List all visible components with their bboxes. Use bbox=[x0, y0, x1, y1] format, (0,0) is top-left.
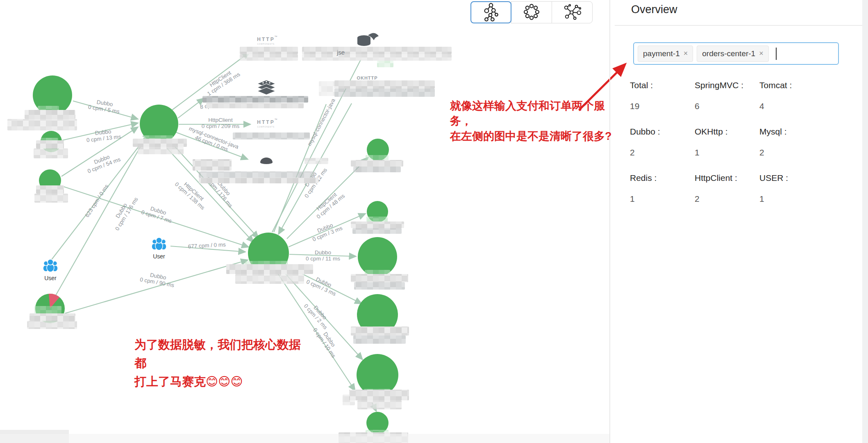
title-divider bbox=[615, 25, 862, 26]
mosaic-label bbox=[36, 185, 64, 194]
okhttp-logo: OKHTTP bbox=[357, 75, 377, 80]
mosaic-label bbox=[353, 167, 401, 172]
panel-title: Overview bbox=[631, 3, 677, 16]
mosaic-label bbox=[366, 155, 389, 161]
user-icon[interactable]: User bbox=[152, 237, 166, 260]
annotation-bottom: 为了数据脱敏，我们把核心数据都 打上了马赛克😊😊😊 bbox=[134, 336, 307, 391]
stat-redis: Redis :1 bbox=[630, 173, 695, 204]
filter-tag[interactable]: payment-1× bbox=[638, 46, 693, 62]
mosaic-label bbox=[36, 140, 64, 148]
mosaic-label bbox=[240, 47, 298, 54]
svg-text:HTTP: HTTP bbox=[257, 37, 275, 42]
hierarchy-layout-button[interactable] bbox=[470, 1, 511, 23]
svg-text:0 cpm / 11 ms: 0 cpm / 11 ms bbox=[306, 256, 340, 262]
httpcomponents-logo: HTTP™COMPONENTS bbox=[257, 118, 277, 128]
stat-label: Total : bbox=[630, 80, 695, 90]
redis-logo bbox=[257, 80, 275, 95]
mosaic-label bbox=[25, 110, 75, 119]
mosaic-label bbox=[351, 274, 408, 282]
mosaic-label bbox=[30, 313, 75, 321]
annotation-top-line1: 就像这样输入支付和订单两个服务， bbox=[450, 98, 622, 129]
httpcomponents-logo: HTTP™COMPONENTS bbox=[257, 35, 277, 45]
stat-httpclient: HttpClient :2 bbox=[695, 173, 759, 204]
mosaic-label bbox=[206, 103, 304, 108]
service-filter-input[interactable]: payment-1×orders-center-1× bbox=[633, 42, 839, 65]
mosaic-label bbox=[302, 47, 452, 54]
mosaic-label bbox=[351, 160, 403, 167]
mysql-logo bbox=[357, 33, 379, 46]
circular-layout-icon bbox=[520, 3, 543, 22]
mosaic-label bbox=[235, 274, 304, 284]
overview-panel: Overview payment-1×orders-center-1× Tota… bbox=[615, 0, 862, 443]
stat-okhttp: OKHttp :1 bbox=[695, 127, 759, 158]
stat-dubbo: Dubbo :2 bbox=[630, 127, 695, 158]
stat-label: HttpClient : bbox=[695, 173, 759, 183]
force-layout-button[interactable] bbox=[552, 1, 593, 23]
mosaic-label bbox=[202, 96, 308, 103]
svg-text:HttpClient: HttpClient bbox=[208, 117, 233, 123]
filter-tag-text: orders-center-1 bbox=[702, 49, 755, 58]
edge-label: HttpClient1 cpm / 368 ms bbox=[203, 66, 241, 97]
panel-divider bbox=[609, 0, 610, 443]
scrollbar[interactable] bbox=[862, 0, 868, 443]
stat-label: Dubbo : bbox=[630, 127, 695, 137]
svg-text:677 cpm / 0 ms: 677 cpm / 0 ms bbox=[188, 242, 226, 250]
stat-value: 2 bbox=[759, 148, 824, 158]
mosaic-label bbox=[319, 81, 334, 96]
stat-label: SpringMVC : bbox=[695, 80, 759, 90]
edge-label: mysql-connector-java46 cpm / 0 ms bbox=[186, 126, 240, 156]
stat-tomcat: Tomcat :4 bbox=[759, 80, 824, 111]
filter-tag[interactable]: orders-center-1× bbox=[697, 46, 768, 62]
edge-label: 677 cpm / 0 ms bbox=[188, 242, 226, 250]
edge-label: Dubbo0 cpm / 7 ms bbox=[141, 203, 175, 224]
service-edge bbox=[65, 260, 248, 313]
stat-value: 1 bbox=[695, 148, 759, 158]
mosaic-label bbox=[199, 178, 318, 183]
edge-label: Dubbo0 cpm / 3 ms bbox=[309, 219, 343, 242]
svg-text:COMPONENTS: COMPONENTS bbox=[257, 43, 275, 45]
edge-label: HttpClient0 cpm / 48 ms bbox=[311, 188, 346, 220]
remove-tag-icon[interactable]: × bbox=[684, 49, 688, 58]
stat-springmvc: SpringMVC :6 bbox=[695, 80, 759, 111]
stat-mysql: Mysql :2 bbox=[759, 127, 824, 158]
annotation-top: 就像这样输入支付和订单两个服务， 在左侧的图中是不是清晰了很多? bbox=[450, 98, 622, 144]
stat-value: 6 bbox=[695, 101, 759, 111]
remove-tag-icon[interactable]: × bbox=[759, 49, 763, 58]
service-edge bbox=[178, 98, 204, 118]
jse-label: jse bbox=[336, 49, 345, 56]
mosaic-label bbox=[302, 54, 452, 61]
user-icon[interactable]: User bbox=[43, 259, 58, 281]
bottom-fade bbox=[0, 434, 609, 443]
circular-layout-button[interactable] bbox=[511, 1, 552, 23]
hierarchy-layout-icon bbox=[479, 3, 503, 22]
annotation-bottom-line1: 为了数据脱敏，我们把核心数据都 bbox=[134, 336, 307, 372]
user-label: User bbox=[44, 275, 57, 281]
mosaic-label bbox=[34, 148, 68, 158]
edge-label: Dubbo0 cpm / 3 ms bbox=[305, 273, 339, 297]
svg-text:COMPONENTS: COMPONENTS bbox=[257, 126, 275, 128]
mosaic-label bbox=[349, 390, 409, 400]
mosaic-label bbox=[27, 321, 77, 329]
mosaic-label bbox=[304, 158, 328, 164]
mosaic-label bbox=[199, 171, 314, 178]
edge-label: Dubbo0 cpm / 90 ms bbox=[139, 270, 176, 288]
service-map-page: Dubbo0 cpm / 5 msDubbo0 cpm / 13 msDubbo… bbox=[0, 0, 868, 443]
user-label: User bbox=[153, 253, 165, 260]
svg-text:Dubbo: Dubbo bbox=[315, 249, 331, 256]
stat-label: OKHttp : bbox=[695, 127, 759, 137]
mosaic-label bbox=[377, 61, 393, 67]
stat-user: USER :1 bbox=[759, 173, 824, 204]
stat-value: 19 bbox=[630, 101, 695, 111]
edge-label: HttpClient0 cpm / 209 ms bbox=[202, 117, 240, 129]
edge-label: Dubbo0 cpm / 176 ms bbox=[109, 193, 139, 231]
mosaic-label bbox=[366, 217, 388, 222]
layout-toolbar bbox=[470, 1, 593, 23]
stat-value: 1 bbox=[759, 194, 824, 204]
stat-value: 2 bbox=[630, 148, 695, 158]
mosaic-label bbox=[133, 139, 187, 147]
mosaic-label bbox=[351, 327, 409, 336]
text-cursor bbox=[776, 48, 777, 60]
mosaic-label bbox=[352, 228, 402, 234]
filter-tag-text: payment-1 bbox=[643, 49, 680, 58]
svg-text:HTTP: HTTP bbox=[257, 119, 275, 125]
